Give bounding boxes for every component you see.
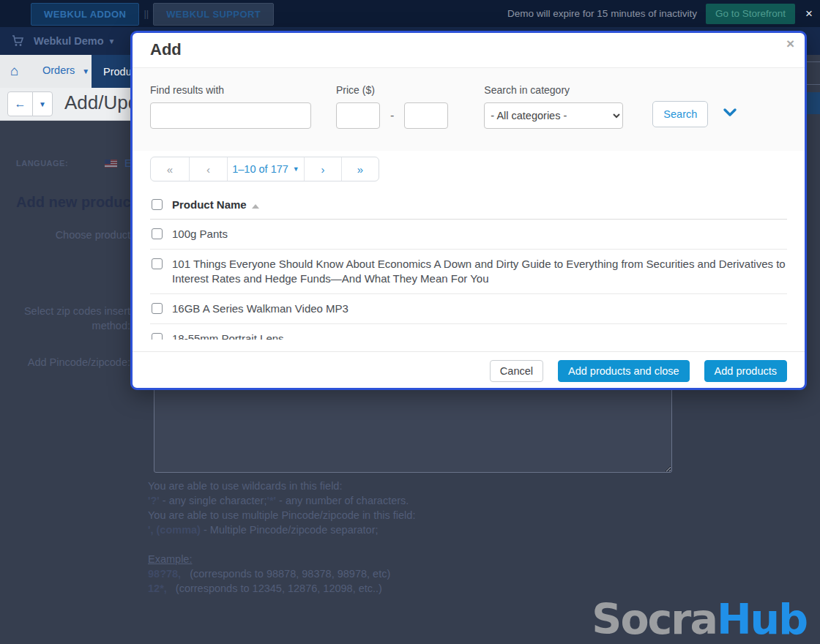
column-header-product-name[interactable]: Product Name bbox=[172, 198, 259, 212]
go-to-storefront-button[interactable]: Go to Storefront bbox=[706, 4, 795, 24]
choose-product-label: Choose product bbox=[20, 228, 130, 242]
sort-asc-icon bbox=[252, 204, 259, 209]
socrahub-watermark: SocraHub bbox=[592, 595, 807, 643]
cart-icon bbox=[12, 35, 24, 47]
modal-body: « ‹ 1–10 of 177 ▼ › » Product Name bbox=[133, 151, 805, 340]
help-line: You are able to use wildcards in this fi… bbox=[148, 479, 415, 493]
store-name-dropdown[interactable]: Webkul Demo bbox=[34, 35, 104, 47]
find-results-input[interactable] bbox=[150, 102, 311, 129]
price-separator: - bbox=[390, 109, 394, 122]
nav-item-orders[interactable]: Orders ▼ bbox=[42, 64, 89, 76]
chevron-down-icon: ▼ bbox=[108, 37, 116, 45]
table-row: 16GB A Series Walkman Video MP3 bbox=[150, 294, 787, 324]
table-header-row: Product Name bbox=[150, 192, 787, 220]
category-label: Search in category bbox=[484, 84, 623, 96]
product-search-panel: Find results with Price ($) - Search in … bbox=[133, 68, 805, 151]
product-name-cell: 100g Pants bbox=[172, 227, 228, 242]
close-icon[interactable]: × bbox=[798, 7, 820, 21]
add-products-and-close-button[interactable]: Add products and close bbox=[558, 360, 690, 382]
search-button[interactable]: Search bbox=[652, 101, 708, 127]
find-results-label: Find results with bbox=[150, 84, 311, 96]
help-line: ', (comma) - Multiple Pincode/zipcode se… bbox=[148, 523, 415, 537]
add-products-modal: Add × Find results with Price ($) - Sear… bbox=[130, 31, 807, 390]
add-products-button[interactable]: Add products bbox=[704, 360, 787, 382]
screen: WEBKUL ADDON || WEBKUL SUPPORT Demo will… bbox=[0, 0, 820, 644]
topbar-separator: || bbox=[144, 8, 149, 19]
row-checkbox[interactable] bbox=[152, 258, 163, 269]
price-label: Price ($) bbox=[336, 84, 448, 96]
modal-close-icon[interactable]: × bbox=[786, 36, 794, 52]
price-range-field: Price ($) - bbox=[336, 84, 448, 151]
pincode-label: Add Pincode/zipcode: bbox=[20, 355, 130, 370]
row-checkbox[interactable] bbox=[152, 228, 163, 239]
us-flag-icon bbox=[105, 160, 117, 168]
product-table: Product Name 100g Pants 101 Things Every… bbox=[150, 192, 787, 340]
category-select[interactable]: - All categories - bbox=[484, 102, 623, 129]
advanced-search-chevron-icon[interactable] bbox=[723, 108, 737, 151]
example-label: Example: bbox=[148, 552, 415, 566]
modal-header: Add × bbox=[133, 33, 805, 68]
pagination-range-dropdown[interactable]: 1–10 of 177 ▼ bbox=[227, 157, 304, 181]
chevron-down-icon: ▼ bbox=[82, 67, 89, 75]
demo-top-bar: WEBKUL ADDON || WEBKUL SUPPORT Demo will… bbox=[0, 0, 820, 27]
row-checkbox[interactable] bbox=[152, 333, 163, 340]
back-button[interactable]: ← bbox=[7, 91, 33, 116]
nav-tab-products[interactable]: Products bbox=[92, 55, 132, 88]
page-title: Add/Update bbox=[64, 91, 132, 114]
cancel-button[interactable]: Cancel bbox=[490, 360, 543, 382]
price-max-input[interactable] bbox=[404, 102, 448, 129]
example-line: 12*,(corresponds to 12345, 12876, 12098,… bbox=[148, 581, 415, 596]
pagination: « ‹ 1–10 of 177 ▼ › » bbox=[150, 157, 379, 181]
pagination-next-button[interactable]: › bbox=[304, 157, 341, 181]
pagination-last-button[interactable]: » bbox=[341, 157, 379, 181]
table-row: 18-55mm Portrait Lens bbox=[150, 324, 787, 340]
pagination-first-button[interactable]: « bbox=[151, 157, 189, 181]
product-name-cell: 101 Things Everyone Should Know About Ec… bbox=[172, 257, 787, 286]
demo-expire-notice: Demo will expire for 15 minutes of inact… bbox=[507, 8, 697, 19]
help-line: '?' - any single character;'*' - any num… bbox=[148, 493, 415, 508]
find-results-field: Find results with bbox=[150, 84, 311, 151]
row-checkbox[interactable] bbox=[152, 303, 163, 314]
pagination-prev-button[interactable]: ‹ bbox=[189, 157, 227, 181]
main-nav: ⌂ Orders ▼ Products bbox=[0, 55, 132, 88]
price-min-input[interactable] bbox=[336, 102, 380, 129]
breadcrumb-row: ← ▼ Add/Update bbox=[0, 88, 132, 121]
table-row: 100g Pants bbox=[150, 220, 787, 250]
select-all-checkbox[interactable] bbox=[152, 199, 163, 210]
language-label: LANGUAGE: bbox=[16, 159, 68, 168]
product-name-cell: 18-55mm Portrait Lens bbox=[172, 332, 284, 340]
product-name-cell: 16GB A Series Walkman Video MP3 bbox=[172, 302, 348, 316]
back-caret-button[interactable]: ▼ bbox=[32, 91, 53, 116]
home-icon[interactable]: ⌂ bbox=[10, 63, 18, 79]
modal-title: Add bbox=[150, 40, 182, 59]
modal-footer: Cancel Add products and close Add produc… bbox=[133, 351, 805, 382]
category-field: Search in category - All categories - bbox=[484, 84, 623, 151]
help-line: You are able to use multiple Pincode/zip… bbox=[148, 508, 415, 523]
table-row: 101 Things Everyone Should Know About Ec… bbox=[150, 250, 787, 294]
pincode-help-text: You are able to use wildcards in this fi… bbox=[148, 479, 415, 596]
zip-method-label: Select zip codes insert method: bbox=[20, 304, 130, 333]
webkul-addon-button[interactable]: WEBKUL ADDON bbox=[31, 3, 139, 26]
example-line: 98?78,(corresponds to 98878, 98378, 9897… bbox=[148, 566, 415, 581]
chevron-down-icon: ▼ bbox=[293, 165, 299, 173]
pincode-textarea[interactable] bbox=[154, 386, 672, 473]
webkul-support-button[interactable]: WEBKUL SUPPORT bbox=[153, 3, 274, 26]
admin-header: ⌂ Orders ▼ Products ← ▼ Add/Update bbox=[0, 55, 132, 121]
